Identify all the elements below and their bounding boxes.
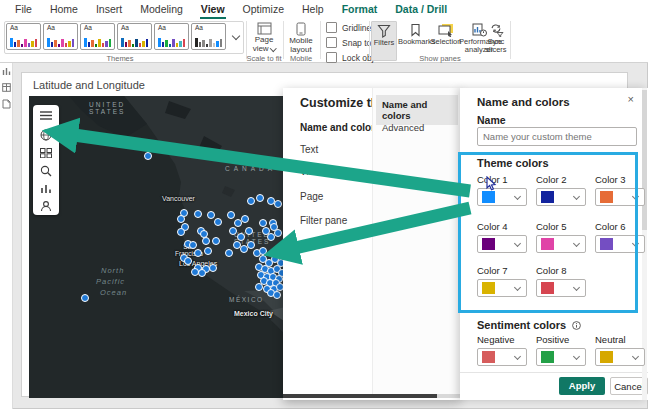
theme-thumbnail-3[interactable]: Aa bbox=[80, 23, 115, 50]
report-view-icon[interactable] bbox=[2, 67, 11, 76]
dialog-nav-filter-pane[interactable]: Filter pane bbox=[300, 215, 347, 226]
bar-chart-icon[interactable] bbox=[40, 184, 52, 194]
map-data-point[interactable] bbox=[194, 249, 202, 257]
map-data-point[interactable] bbox=[247, 197, 255, 205]
map-data-point[interactable] bbox=[227, 211, 235, 219]
scrollbar-thumb[interactable] bbox=[283, 394, 437, 398]
dialog-nav-visuals[interactable]: Visuals bbox=[300, 166, 332, 177]
map-data-point[interactable] bbox=[144, 152, 152, 160]
map-data-point[interactable] bbox=[259, 247, 267, 255]
menu-bar: File Home Insert Modeling View Optimize … bbox=[0, 0, 648, 19]
menu-insert[interactable]: Insert bbox=[87, 0, 131, 19]
map-data-point[interactable] bbox=[202, 237, 210, 245]
data-view-icon[interactable] bbox=[2, 83, 11, 92]
theme-thumbnail-1[interactable]: Aa bbox=[6, 23, 41, 50]
chevron-down-icon bbox=[573, 240, 580, 247]
chevron-down-icon bbox=[573, 284, 580, 291]
menu-format[interactable]: Format bbox=[333, 0, 387, 19]
theme-color-1-label: Color 1 bbox=[477, 174, 532, 185]
map-data-point[interactable] bbox=[255, 283, 263, 291]
theme-color-5-swatch bbox=[541, 238, 554, 250]
chevron-down-icon bbox=[632, 193, 639, 200]
globe-icon[interactable] bbox=[40, 129, 52, 141]
dialog-nav-page[interactable]: Page bbox=[300, 191, 323, 202]
menu-modeling[interactable]: Modeling bbox=[131, 0, 192, 19]
mobile-layout-label-1: Mobile bbox=[289, 36, 313, 45]
sentiment-negative-dropdown[interactable] bbox=[477, 348, 527, 366]
menu-icon[interactable] bbox=[40, 111, 52, 120]
scrollbar-thumb[interactable] bbox=[642, 90, 647, 230]
theme-colors-title: Theme colors bbox=[477, 157, 549, 169]
theme-color-2-dropdown[interactable] bbox=[536, 188, 586, 206]
dialog-nav-name-and-colors[interactable]: Name and colors bbox=[300, 122, 381, 133]
map-data-point[interactable] bbox=[225, 249, 233, 257]
person-icon[interactable] bbox=[40, 200, 52, 212]
map-data-point[interactable] bbox=[204, 247, 212, 255]
menu-help[interactable]: Help bbox=[293, 0, 333, 19]
map-data-point[interactable] bbox=[198, 269, 206, 277]
map-data-point[interactable] bbox=[209, 264, 217, 272]
theme-color-8-swatch bbox=[541, 282, 554, 294]
theme-thumbnail-6[interactable]: Aa bbox=[191, 23, 226, 50]
dialog-horizontal-scrollbar[interactable] bbox=[283, 394, 460, 398]
map-toolbar bbox=[33, 105, 59, 215]
map-data-point[interactable] bbox=[214, 218, 222, 226]
grid-squares-icon[interactable] bbox=[40, 148, 52, 158]
sentiment-positive-dropdown[interactable] bbox=[536, 348, 586, 366]
map-data-point[interactable] bbox=[273, 291, 281, 299]
theme-color-1-dropdown[interactable] bbox=[477, 188, 527, 206]
filters-label: Filters bbox=[372, 39, 396, 47]
dialog-subnav-advanced[interactable]: Advanced bbox=[376, 118, 458, 137]
theme-color-6-dropdown[interactable] bbox=[595, 235, 645, 253]
sync-slicers-button[interactable]: Sync slicers bbox=[483, 21, 509, 61]
mobile-layout-button[interactable]: Mobile layout bbox=[285, 21, 317, 54]
mobile-phone-icon bbox=[296, 22, 306, 36]
menu-home[interactable]: Home bbox=[41, 0, 87, 19]
model-view-icon[interactable] bbox=[2, 99, 11, 109]
close-icon[interactable]: × bbox=[628, 93, 634, 105]
apply-button[interactable]: Apply bbox=[559, 377, 605, 395]
map-data-point[interactable] bbox=[247, 241, 255, 249]
menu-file[interactable]: File bbox=[6, 0, 41, 19]
theme-color-7-label: Color 7 bbox=[477, 265, 532, 276]
map-data-point[interactable] bbox=[229, 227, 237, 235]
theme-thumbnail-2[interactable]: Aa bbox=[43, 23, 78, 50]
theme-thumbnail-4[interactable]: Aa bbox=[117, 23, 152, 50]
map-data-point[interactable] bbox=[259, 219, 267, 227]
menu-view[interactable]: View bbox=[192, 0, 234, 19]
map-data-point[interactable] bbox=[245, 227, 253, 235]
map-data-point[interactable] bbox=[256, 194, 264, 202]
theme-color-5-dropdown[interactable] bbox=[536, 235, 586, 253]
map-data-point[interactable] bbox=[177, 215, 185, 223]
search-icon[interactable] bbox=[40, 165, 52, 177]
filters-button[interactable]: Filters bbox=[371, 21, 397, 61]
sentiment-neutral-dropdown[interactable] bbox=[595, 348, 645, 366]
theme-thumbnail-text: Aa bbox=[84, 24, 92, 31]
map-data-point[interactable] bbox=[241, 215, 249, 223]
theme-thumbnail-5[interactable]: Aa bbox=[154, 23, 189, 50]
checkbox-icon bbox=[326, 37, 337, 48]
map-data-point[interactable] bbox=[212, 237, 220, 245]
theme-name-input[interactable] bbox=[477, 127, 637, 146]
map-data-point[interactable] bbox=[274, 229, 282, 237]
chevron-down-icon bbox=[514, 284, 521, 291]
dialog-nav-text[interactable]: Text bbox=[300, 144, 318, 155]
map-data-point[interactable] bbox=[237, 233, 245, 241]
map-data-point[interactable] bbox=[274, 200, 282, 208]
map-data-point[interactable] bbox=[191, 268, 199, 276]
map-data-point[interactable] bbox=[177, 228, 185, 236]
menu-data-drill[interactable]: Data / Drill bbox=[386, 0, 456, 19]
map-data-point[interactable] bbox=[189, 241, 197, 249]
theme-color-7-dropdown[interactable] bbox=[477, 279, 527, 297]
theme-color-3-dropdown[interactable] bbox=[595, 188, 645, 206]
map-data-point[interactable] bbox=[207, 211, 215, 219]
map-data-point[interactable] bbox=[81, 294, 89, 302]
page-view-button[interactable]: Page view bbox=[248, 21, 280, 53]
menu-optimize[interactable]: Optimize bbox=[234, 0, 293, 19]
map-data-point[interactable] bbox=[184, 257, 192, 265]
map-data-point[interactable] bbox=[194, 210, 202, 218]
theme-thumbnail-bars bbox=[10, 35, 37, 47]
theme-color-8-dropdown[interactable] bbox=[536, 279, 586, 297]
theme-color-3-label: Color 3 bbox=[595, 174, 648, 185]
theme-color-4-dropdown[interactable] bbox=[477, 235, 527, 253]
